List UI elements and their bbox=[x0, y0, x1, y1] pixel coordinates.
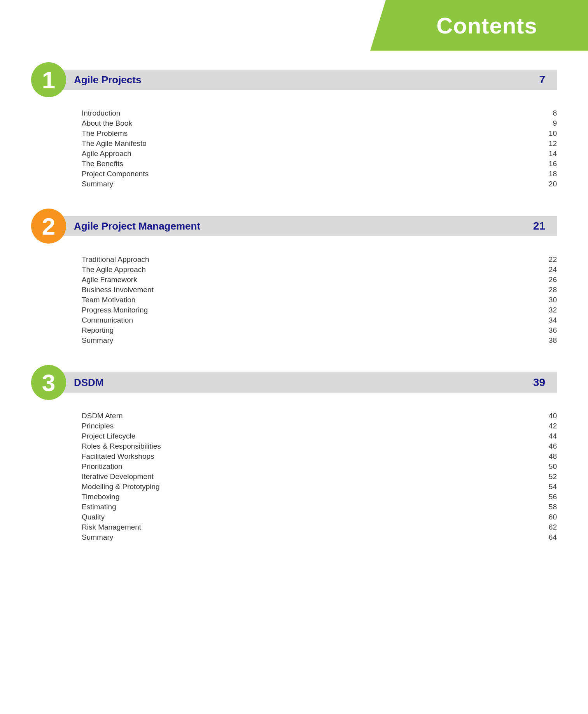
chapter-header-1: 1Agile Projects7 bbox=[31, 62, 557, 97]
chapter-item-title: Iterative Development bbox=[82, 472, 154, 481]
chapter-item-title: Summary bbox=[82, 533, 113, 542]
list-item: Prioritization50 bbox=[82, 461, 557, 472]
chapter-item-page: 14 bbox=[541, 149, 557, 158]
chapter-item-title: Risk Management bbox=[82, 523, 141, 532]
chapter-block-2: 2Agile Project Management21Traditional A… bbox=[31, 209, 557, 346]
chapter-number-badge-1: 1 bbox=[31, 62, 66, 97]
page-title: Contents bbox=[421, 12, 537, 39]
chapter-item-title: Reporting bbox=[82, 326, 114, 335]
chapter-number-badge-3: 3 bbox=[31, 365, 66, 400]
chapter-item-title: About the Book bbox=[82, 119, 132, 128]
chapter-item-title: The Agile Approach bbox=[82, 265, 146, 274]
chapter-item-title: Project Lifecycle bbox=[82, 432, 135, 440]
list-item: Summary20 bbox=[82, 179, 557, 189]
list-item: The Problems10 bbox=[82, 128, 557, 139]
chapter-item-page: 12 bbox=[541, 139, 557, 148]
chapter-item-page: 40 bbox=[541, 412, 557, 420]
list-item: Project Lifecycle44 bbox=[82, 431, 557, 441]
list-item: Principles42 bbox=[82, 421, 557, 431]
chapter-item-title: Roles & Responsibilities bbox=[82, 442, 161, 451]
chapter-header-3: 3DSDM39 bbox=[31, 365, 557, 400]
chapter-item-title: The Problems bbox=[82, 129, 128, 138]
chapter-item-title: Prioritization bbox=[82, 462, 122, 471]
chapter-item-title: Summary bbox=[82, 180, 113, 188]
chapter-item-title: Agile Framework bbox=[82, 275, 137, 284]
header-banner: Contents bbox=[370, 0, 588, 51]
chapter-item-title: Summary bbox=[82, 336, 113, 345]
list-item: Iterative Development52 bbox=[82, 472, 557, 482]
chapter-page-number-3: 39 bbox=[533, 376, 545, 389]
chapter-item-title: Team Motivation bbox=[82, 296, 135, 304]
chapter-item-title: Timeboxing bbox=[82, 493, 120, 501]
list-item: Risk Management62 bbox=[82, 522, 557, 532]
chapter-item-page: 46 bbox=[541, 442, 557, 451]
chapter-page-number-2: 21 bbox=[533, 220, 545, 232]
list-item: DSDM Atern40 bbox=[82, 411, 557, 421]
chapter-item-title: Communication bbox=[82, 316, 133, 325]
chapter-item-title: Introduction bbox=[82, 109, 120, 118]
chapter-item-page: 20 bbox=[541, 180, 557, 188]
chapter-title-bar-3: DSDM39 bbox=[62, 372, 557, 393]
chapter-items-1: Introduction8About the Book9The Problems… bbox=[82, 108, 557, 189]
list-item: Agile Approach14 bbox=[82, 149, 557, 159]
chapter-item-page: 9 bbox=[541, 119, 557, 128]
chapter-title-bar-1: Agile Projects7 bbox=[62, 70, 557, 90]
chapter-items-3: DSDM Atern40Principles42Project Lifecycl… bbox=[82, 411, 557, 542]
chapter-item-page: 58 bbox=[541, 503, 557, 511]
chapter-item-title: Project Components bbox=[82, 170, 149, 178]
list-item: Communication34 bbox=[82, 315, 557, 325]
list-item: Timeboxing56 bbox=[82, 492, 557, 502]
chapter-item-page: 62 bbox=[541, 523, 557, 532]
chapter-title-text-3: DSDM bbox=[74, 377, 104, 389]
list-item: The Agile Approach24 bbox=[82, 265, 557, 275]
chapter-item-title: Modelling & Prototyping bbox=[82, 482, 160, 491]
list-item: Traditional Approach22 bbox=[82, 254, 557, 265]
chapter-item-page: 34 bbox=[541, 316, 557, 325]
chapter-item-page: 38 bbox=[541, 336, 557, 345]
chapter-item-title: Principles bbox=[82, 422, 114, 430]
chapter-item-page: 60 bbox=[541, 513, 557, 521]
chapter-item-page: 28 bbox=[541, 286, 557, 294]
main-content: 1Agile Projects7Introduction8About the B… bbox=[0, 0, 588, 593]
chapter-item-title: Estimating bbox=[82, 503, 116, 511]
list-item: About the Book9 bbox=[82, 118, 557, 128]
list-item: Progress Monitoring32 bbox=[82, 305, 557, 315]
chapter-item-title: Agile Approach bbox=[82, 149, 131, 158]
chapter-item-page: 56 bbox=[541, 493, 557, 501]
chapter-item-page: 64 bbox=[541, 533, 557, 542]
chapter-block-1: 1Agile Projects7Introduction8About the B… bbox=[31, 62, 557, 189]
list-item: Reporting36 bbox=[82, 325, 557, 335]
chapter-item-page: 36 bbox=[541, 326, 557, 335]
list-item: Roles & Responsibilities46 bbox=[82, 441, 557, 451]
chapter-title-text-1: Agile Projects bbox=[74, 74, 141, 86]
list-item: The Agile Manifesto12 bbox=[82, 139, 557, 149]
list-item: Estimating58 bbox=[82, 502, 557, 512]
list-item: Introduction8 bbox=[82, 108, 557, 118]
chapter-item-title: Progress Monitoring bbox=[82, 306, 148, 314]
chapter-item-page: 22 bbox=[541, 255, 557, 264]
list-item: Project Components18 bbox=[82, 169, 557, 179]
chapter-item-page: 50 bbox=[541, 462, 557, 471]
chapter-number-badge-2: 2 bbox=[31, 209, 66, 244]
chapter-item-title: Business Involvement bbox=[82, 286, 154, 294]
chapter-item-title: Facilitated Workshops bbox=[82, 452, 154, 461]
list-item: Agile Framework26 bbox=[82, 275, 557, 285]
chapter-item-page: 10 bbox=[541, 129, 557, 138]
chapter-item-page: 26 bbox=[541, 275, 557, 284]
list-item: Summary64 bbox=[82, 532, 557, 542]
chapter-item-page: 8 bbox=[541, 109, 557, 118]
list-item: Modelling & Prototyping54 bbox=[82, 482, 557, 492]
chapter-item-page: 44 bbox=[541, 432, 557, 440]
chapter-item-title: Quality bbox=[82, 513, 105, 521]
chapter-item-page: 18 bbox=[541, 170, 557, 178]
chapter-item-page: 32 bbox=[541, 306, 557, 314]
chapter-items-2: Traditional Approach22The Agile Approach… bbox=[82, 254, 557, 346]
chapter-item-page: 16 bbox=[541, 160, 557, 168]
chapter-title-bar-2: Agile Project Management21 bbox=[62, 216, 557, 236]
list-item: Business Involvement28 bbox=[82, 285, 557, 295]
list-item: The Benefits16 bbox=[82, 159, 557, 169]
list-item: Facilitated Workshops48 bbox=[82, 451, 557, 461]
chapter-item-page: 54 bbox=[541, 482, 557, 491]
chapter-header-2: 2Agile Project Management21 bbox=[31, 209, 557, 244]
chapter-item-title: DSDM Atern bbox=[82, 412, 123, 420]
